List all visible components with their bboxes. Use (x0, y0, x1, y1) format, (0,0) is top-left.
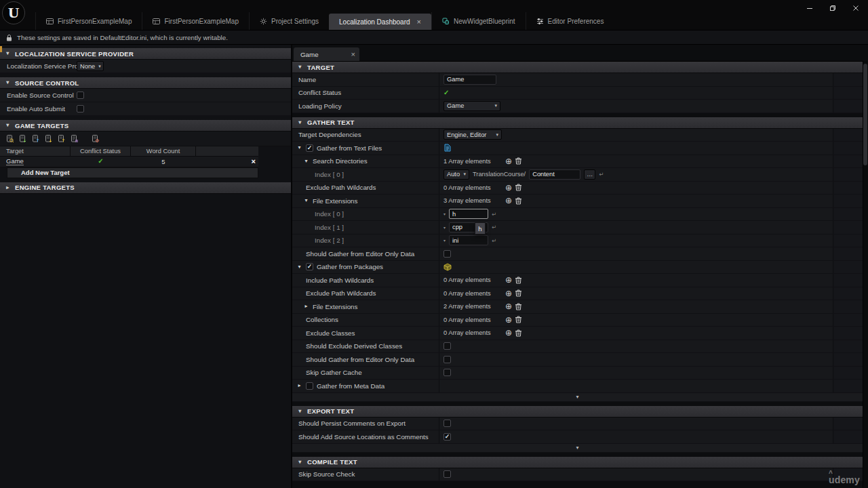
gather-meta-data-checkbox[interactable] (306, 382, 313, 390)
unreal-logo[interactable]: U (2, 1, 25, 24)
section-gather-text[interactable]: ▾ GATHER TEXT (292, 117, 863, 129)
row-gather-from-meta-data: ▸ Gather from Meta Data (292, 380, 863, 393)
delete-elements-button[interactable] (515, 184, 521, 191)
dropdown-value: Engine, Editor (447, 131, 486, 138)
expander-icon[interactable]: ▾ (296, 264, 302, 270)
expander-icon[interactable]: ▸ (296, 383, 302, 388)
advanced-expander[interactable]: ▾ (292, 393, 863, 402)
delete-elements-button[interactable] (515, 197, 521, 205)
add-element-button[interactable]: ⊕ (505, 276, 512, 284)
gather-packages-checkbox[interactable]: ✓ (306, 263, 313, 270)
tab-newwidgetblueprint[interactable]: NewWidgetBlueprint (431, 12, 526, 30)
persist-comments-checkbox[interactable] (443, 420, 451, 427)
file-extension-input[interactable] (449, 209, 488, 219)
column-word-count[interactable]: Word Count (131, 146, 196, 156)
row-pk-should-gather-editor-only: Should Gather from Editor Only Data (292, 353, 863, 367)
expander-icon[interactable]: ▾ (303, 159, 309, 164)
enable-auto-submit-checkbox[interactable] (77, 105, 84, 113)
target-name[interactable]: Game (6, 157, 24, 165)
search-directory-input[interactable] (529, 169, 580, 180)
file-extension-input[interactable] (449, 235, 488, 245)
array-count: 2 Array elements (443, 303, 502, 310)
tab-project-settings[interactable]: Project Settings (249, 12, 329, 30)
tab-firstpersonexamplemap-1[interactable]: FirstPersonExampleMap (35, 12, 142, 30)
reset-column (833, 73, 863, 86)
element-options-icon[interactable]: ▾ (443, 211, 446, 216)
close-tab-icon[interactable]: × (417, 18, 421, 26)
tooltip: h (475, 222, 486, 235)
remove-target-icon[interactable]: × (252, 158, 256, 165)
section-export-text[interactable]: ▾ EXPORT TEXT (292, 406, 863, 418)
skip-gather-cache-checkbox[interactable] (443, 369, 451, 376)
editor-only-checkbox[interactable] (443, 356, 451, 363)
export-dialogue-script-icon[interactable] (56, 134, 66, 144)
editor-only-checkbox[interactable] (443, 250, 451, 258)
expander-icon[interactable]: ▾ (296, 145, 302, 150)
skip-source-check-checkbox[interactable] (443, 470, 451, 478)
add-element-button[interactable]: ⊕ (505, 302, 512, 310)
section-compile-text[interactable]: ▾ COMPILE TEXT (292, 457, 863, 468)
compile-text-icon[interactable] (90, 134, 100, 144)
section-engine-targets[interactable]: ▸ ENGINE TARGETS (0, 182, 291, 194)
exclude-derived-checkbox[interactable] (443, 342, 451, 350)
service-provider-dropdown[interactable]: None ▾ (77, 61, 104, 71)
close-window-button[interactable] (852, 4, 860, 12)
minimize-button[interactable] (806, 4, 814, 12)
property-label: Exclude Path Wildcards (292, 287, 439, 300)
row-collections: Collections 0 Array elements ⊕ (292, 314, 863, 327)
import-dialogue-script-icon[interactable] (43, 134, 54, 144)
source-locations-checkbox[interactable]: ✓ (443, 433, 451, 441)
gather-text-icon[interactable] (4, 134, 15, 144)
tab-localization-dashboard[interactable]: Localization Dashboard × (329, 14, 431, 30)
enable-source-control-checkbox[interactable] (77, 92, 84, 99)
row-file-extension-2: Index [ 2 ] ▾ ↵ (292, 235, 863, 248)
count-words-icon[interactable] (68, 134, 79, 144)
add-element-button[interactable]: ⊕ (505, 197, 512, 205)
doc-tab-game[interactable]: Game × (294, 47, 359, 61)
path-root-mode-dropdown[interactable]: Auto ▾ (443, 169, 469, 180)
browse-button[interactable]: … (584, 169, 595, 180)
delete-elements-button[interactable] (515, 277, 521, 284)
section-source-control[interactable]: ▾ SOURCE CONTROL (0, 77, 291, 89)
add-new-target-button[interactable]: Add New Target (7, 167, 258, 178)
dropdown-value: Auto (447, 171, 460, 178)
gear-icon (260, 18, 267, 25)
name-input[interactable] (443, 75, 496, 85)
section-localization-service-provider[interactable]: ▾ LOCALIZATION SERVICE PROVIDER (0, 48, 291, 60)
loading-policy-dropdown[interactable]: Game ▾ (443, 101, 500, 111)
column-conflict-status[interactable]: Conflict Status (71, 146, 131, 156)
target-dependencies-dropdown[interactable]: Engine, Editor ▾ (443, 129, 502, 140)
add-element-button[interactable]: ⊕ (505, 316, 512, 324)
add-element-button[interactable]: ⊕ (505, 184, 512, 192)
add-element-button[interactable]: ⊕ (505, 157, 512, 165)
delete-elements-button[interactable] (515, 289, 521, 297)
scrollbar-thumb[interactable] (863, 64, 867, 165)
target-row-game[interactable]: Game ✓ 5 × (0, 157, 258, 167)
element-options-icon[interactable]: ▾ (443, 225, 446, 230)
advanced-expander[interactable]: ▾ (292, 444, 863, 453)
expander-icon[interactable]: ▾ (303, 198, 309, 203)
column-target[interactable]: Target (0, 146, 71, 156)
restore-button[interactable] (829, 4, 837, 12)
delete-elements-button[interactable] (515, 303, 521, 310)
close-tab-icon[interactable]: × (351, 51, 355, 58)
reset-column (833, 100, 863, 113)
enable-source-control-row: Enable Source Control (0, 89, 291, 102)
scrollbar-track[interactable] (863, 61, 868, 488)
reset-column (833, 129, 863, 142)
expander-icon[interactable]: ▸ (303, 304, 309, 309)
import-text-icon[interactable] (17, 134, 28, 144)
element-options-icon[interactable]: ▾ (443, 238, 446, 243)
delete-elements-button[interactable] (515, 157, 521, 165)
delete-elements-button[interactable] (515, 316, 521, 323)
export-text-icon[interactable] (30, 134, 41, 144)
section-target[interactable]: ▾ TARGET (292, 62, 863, 73)
gather-text-files-checkbox[interactable]: ✓ (306, 144, 313, 152)
document-tabbar: Game × (292, 45, 868, 61)
delete-elements-button[interactable] (515, 329, 521, 337)
tab-editor-preferences[interactable]: Editor Preferences (526, 12, 614, 30)
tab-firstpersonexamplemap-2[interactable]: FirstPersonExampleMap (142, 12, 248, 30)
add-element-button[interactable]: ⊕ (505, 289, 512, 298)
add-element-button[interactable]: ⊕ (505, 329, 512, 337)
section-game-targets[interactable]: ▾ GAME TARGETS (0, 120, 291, 131)
